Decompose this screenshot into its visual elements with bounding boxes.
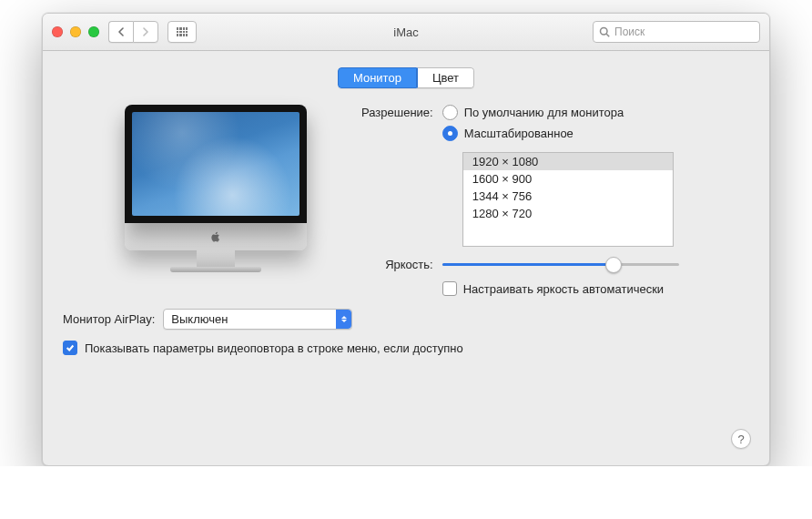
auto-brightness-label: Настраивать яркость автоматически: [463, 282, 664, 296]
resolution-default-radio[interactable]: По умолчанию для монитора: [442, 105, 733, 120]
airplay-value: Выключен: [171, 312, 228, 326]
airplay-label: Монитор AirPlay:: [63, 312, 155, 326]
tab-monitor[interactable]: Монитор: [338, 67, 417, 88]
airplay-row: Монитор AirPlay: Выключен: [63, 309, 749, 330]
resolution-item[interactable]: 1344 × 756: [463, 188, 673, 205]
svg-point-0: [601, 28, 608, 36]
search-icon: [599, 26, 610, 37]
resolution-scaled-radio[interactable]: Масштабированное: [442, 126, 733, 141]
resolution-scaled-label: Масштабированное: [464, 127, 573, 140]
mirroring-checkbox[interactable]: Показывать параметры видеоповтора в стро…: [63, 341, 749, 355]
zoom-window-button[interactable]: [88, 26, 99, 37]
nav-back-forward: [108, 21, 158, 43]
help-button[interactable]: ?: [731, 429, 751, 449]
display-tabs: Монитор Цвет: [43, 67, 769, 88]
resolution-item[interactable]: 1280 × 720: [463, 205, 673, 222]
resolution-item[interactable]: 1600 × 900: [463, 170, 673, 188]
toolbar: iMac Поиск: [43, 14, 769, 51]
brightness-label: Яркость:: [385, 257, 433, 271]
search-placeholder: Поиск: [614, 25, 645, 38]
preferences-window: iMac Поиск Монитор Цвет: [42, 13, 770, 466]
checkbox-icon: [63, 341, 77, 355]
main-area: Разрешение: По умолчанию для монитора Ма…: [43, 88, 769, 296]
window-controls: [52, 26, 99, 37]
chevron-left-icon: [117, 27, 125, 36]
content: Монитор Цвет Разрешение:: [43, 51, 769, 465]
auto-brightness-checkbox[interactable]: Настраивать яркость автоматически: [442, 281, 733, 296]
close-window-button[interactable]: [52, 26, 63, 37]
airplay-popup[interactable]: Выключен: [163, 309, 352, 330]
resolution-item[interactable]: 1920 × 1080: [463, 153, 673, 170]
grid-icon: [177, 27, 188, 36]
resolution-default-label: По умолчанию для монитора: [464, 106, 624, 119]
apple-logo-icon: [209, 230, 222, 243]
mirroring-label: Показывать параметры видеоповтора в стро…: [85, 341, 463, 355]
resolution-list[interactable]: 1920 × 1080 1600 × 900 1344 × 756 1280 ×…: [462, 152, 674, 247]
slider-thumb-icon[interactable]: [605, 257, 622, 273]
radio-icon: [442, 105, 458, 120]
monitor-illustration: [79, 105, 352, 296]
resolution-options: По умолчанию для монитора Масштабированн…: [442, 105, 733, 247]
resolution-label: Разрешение:: [361, 105, 433, 119]
radio-icon: [442, 126, 458, 141]
tab-color[interactable]: Цвет: [417, 67, 474, 88]
settings: Разрешение: По умолчанию для монитора Ма…: [361, 105, 733, 296]
search-field[interactable]: Поиск: [593, 21, 760, 43]
chevron-right-icon: [142, 27, 149, 36]
show-all-button[interactable]: [167, 21, 197, 43]
stepper-arrows-icon: [336, 310, 351, 329]
back-button[interactable]: [108, 21, 133, 43]
wallpaper-icon: [132, 112, 299, 216]
checkbox-icon: [442, 281, 457, 296]
bottom-area: Монитор AirPlay: Выключен Показывать пар…: [43, 296, 769, 364]
brightness-slider[interactable]: [442, 256, 733, 272]
list-padding: [463, 222, 673, 246]
minimize-window-button[interactable]: [70, 26, 81, 37]
forward-button[interactable]: [133, 21, 158, 43]
